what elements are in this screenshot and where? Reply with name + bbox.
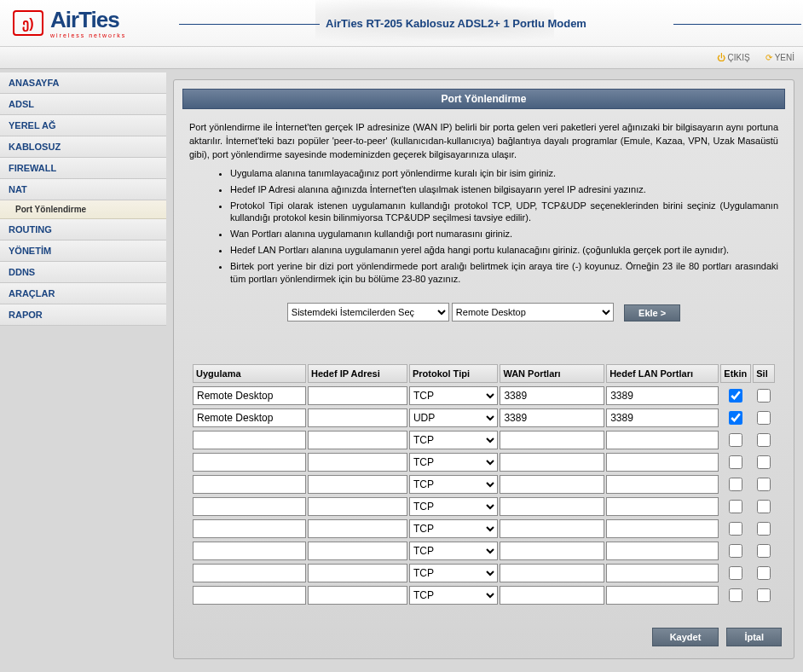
sidebar: ANASAYFA ADSL YEREL AĞ KABLOSUZ FIREWALL… (0, 69, 166, 672)
refresh-link[interactable]: ⟳YENİ (765, 53, 794, 62)
ip-input[interactable] (308, 564, 407, 582)
proto-select[interactable]: TCPUDPTCP&UDP (409, 475, 498, 494)
proto-select[interactable]: TCPUDPTCP&UDP (409, 542, 498, 560)
list-item: Uygulama alanına tanımlayacağınız port y… (230, 167, 778, 180)
nav-firewall[interactable]: FIREWALL (0, 158, 166, 179)
delete-checkbox[interactable] (757, 566, 771, 580)
topbar: ⏻ÇIKIŞ ⟳YENİ (0, 47, 803, 69)
wan-input[interactable] (500, 564, 604, 582)
lan-input[interactable] (606, 431, 719, 449)
app-input[interactable] (193, 453, 306, 472)
app-input[interactable] (193, 497, 306, 516)
delete-checkbox[interactable] (757, 411, 771, 425)
app-input[interactable] (193, 586, 306, 605)
ip-input[interactable] (308, 497, 407, 516)
delete-checkbox[interactable] (757, 544, 771, 558)
ip-input[interactable] (308, 475, 407, 494)
nav-yonetim[interactable]: YÖNETİM (0, 240, 166, 262)
ip-input[interactable] (308, 408, 407, 427)
delete-checkbox[interactable] (757, 433, 771, 447)
panel: Port Yönlendirme Port yönlendirme ile İn… (173, 79, 794, 659)
enable-checkbox[interactable] (729, 566, 742, 580)
lan-input[interactable] (606, 564, 719, 582)
nav-ddns[interactable]: DDNS (0, 262, 166, 283)
proto-select[interactable]: TCPUDPTCP&UDP (409, 519, 498, 538)
nav-nat[interactable]: NAT (0, 179, 166, 200)
table-row: TCPUDPTCP&UDP (193, 586, 775, 605)
wan-input[interactable] (500, 453, 604, 472)
delete-checkbox[interactable] (757, 455, 771, 469)
proto-select[interactable]: TCPUDPTCP&UDP (409, 408, 498, 427)
enable-checkbox[interactable] (729, 478, 742, 491)
proto-select[interactable]: TCPUDPTCP&UDP (409, 386, 498, 405)
th-lan: Hedef LAN Portları (606, 364, 719, 383)
nav-adsl[interactable]: ADSL (0, 94, 166, 115)
lan-input[interactable] (606, 586, 719, 605)
app-input[interactable] (193, 519, 306, 538)
enable-checkbox[interactable] (729, 411, 742, 425)
enable-checkbox[interactable] (729, 455, 742, 469)
app-input[interactable] (193, 475, 306, 494)
ip-input[interactable] (308, 453, 407, 472)
table-row: TCPUDPTCP&UDP (193, 475, 775, 494)
wan-input[interactable] (500, 497, 604, 516)
ip-input[interactable] (308, 431, 407, 449)
enable-checkbox[interactable] (729, 433, 742, 447)
th-app: Uygulama (193, 364, 306, 383)
save-button[interactable]: Kaydet (652, 628, 719, 646)
app-select[interactable]: Remote Desktop (452, 303, 614, 322)
proto-select[interactable]: TCPUDPTCP&UDP (409, 564, 498, 582)
delete-checkbox[interactable] (757, 500, 771, 513)
enable-checkbox[interactable] (729, 588, 742, 602)
lan-input[interactable] (606, 408, 719, 427)
app-input[interactable] (193, 408, 306, 427)
wan-input[interactable] (500, 586, 604, 605)
proto-select[interactable]: TCPUDPTCP&UDP (409, 453, 498, 472)
ip-input[interactable] (308, 542, 407, 560)
app-input[interactable] (193, 386, 306, 405)
enable-checkbox[interactable] (729, 500, 742, 513)
lan-input[interactable] (606, 386, 719, 405)
divider (179, 24, 320, 25)
wan-input[interactable] (500, 386, 604, 405)
app-input[interactable] (193, 564, 306, 582)
delete-checkbox[interactable] (757, 588, 771, 602)
client-select[interactable]: Sistemdeki İstemcilerden Seç (287, 303, 449, 322)
nav-anasayfa[interactable]: ANASAYFA (0, 72, 166, 94)
ip-input[interactable] (308, 519, 407, 538)
wan-input[interactable] (500, 408, 604, 427)
delete-checkbox[interactable] (757, 522, 771, 536)
nav-port-yonlendirme[interactable]: Port Yönlendirme (0, 200, 166, 219)
nav-kablosuz[interactable]: KABLOSUZ (0, 136, 166, 158)
cancel-button[interactable]: İptal (726, 628, 782, 646)
lan-input[interactable] (606, 497, 719, 516)
delete-checkbox[interactable] (757, 389, 771, 403)
ip-input[interactable] (308, 586, 407, 605)
lan-input[interactable] (606, 453, 719, 472)
list-item: Hedef IP Adresi alanına ağınızda İnterne… (230, 183, 778, 196)
proto-select[interactable]: TCPUDPTCP&UDP (409, 586, 498, 605)
nav-rapor[interactable]: RAPOR (0, 304, 166, 326)
app-input[interactable] (193, 542, 306, 560)
proto-select[interactable]: TCPUDPTCP&UDP (409, 497, 498, 516)
wan-input[interactable] (500, 519, 604, 538)
delete-checkbox[interactable] (757, 478, 771, 491)
add-button[interactable]: Ekle > (624, 304, 680, 322)
enable-checkbox[interactable] (729, 522, 742, 536)
lan-input[interactable] (606, 519, 719, 538)
header: ე) AirTies wireless networks AirTies RT-… (0, 0, 803, 47)
nav-routing[interactable]: ROUTING (0, 219, 166, 240)
lan-input[interactable] (606, 542, 719, 560)
lan-input[interactable] (606, 475, 719, 494)
wan-input[interactable] (500, 542, 604, 560)
wan-input[interactable] (500, 431, 604, 449)
app-input[interactable] (193, 431, 306, 449)
proto-select[interactable]: TCPUDPTCP&UDP (409, 431, 498, 449)
logout-link[interactable]: ⏻ÇIKIŞ (717, 53, 750, 62)
enable-checkbox[interactable] (729, 389, 742, 403)
wan-input[interactable] (500, 475, 604, 494)
enable-checkbox[interactable] (729, 544, 742, 558)
nav-yerel-ag[interactable]: YEREL AĞ (0, 115, 166, 136)
ip-input[interactable] (308, 386, 407, 405)
nav-araclar[interactable]: ARAÇLAR (0, 283, 166, 304)
